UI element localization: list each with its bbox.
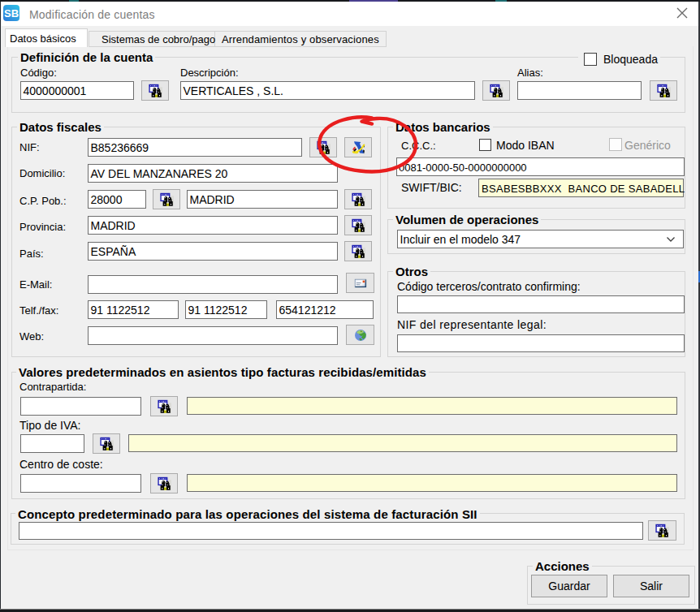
svg-text:SB: SB [4, 7, 19, 19]
